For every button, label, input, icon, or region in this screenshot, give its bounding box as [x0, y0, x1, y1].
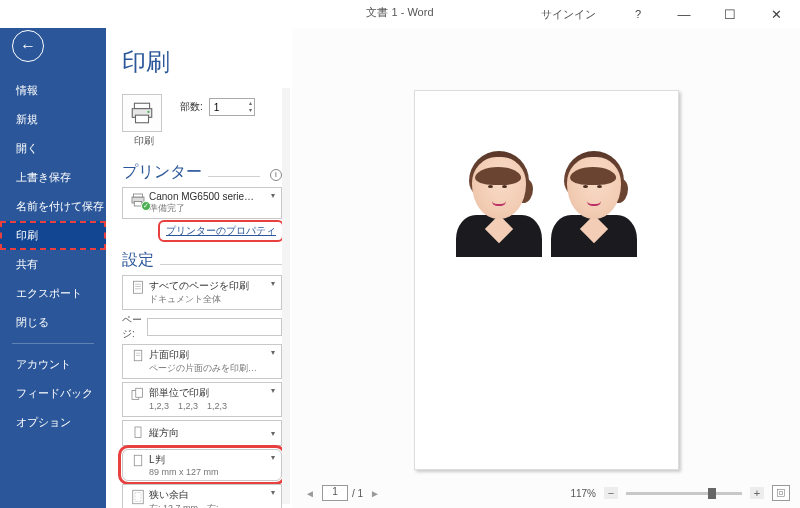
margins-icon	[127, 488, 149, 506]
sidebar-item-account[interactable]: アカウント	[0, 350, 106, 379]
svg-rect-21	[778, 490, 785, 497]
zoom-slider[interactable]	[626, 492, 742, 495]
page-number-input[interactable]: 1	[322, 485, 348, 501]
sidebar-item-saveas[interactable]: 名前を付けて保存	[0, 192, 106, 221]
sidebar-item-open[interactable]: 開く	[0, 134, 106, 163]
print-button[interactable]: 印刷	[122, 94, 166, 148]
chevron-down-icon: ▾	[269, 191, 277, 200]
sidebar-item-feedback[interactable]: フィードバック	[0, 379, 106, 408]
svg-rect-2	[136, 115, 149, 123]
print-settings-panel: 印刷 印刷 部数: 1 プリンター i	[106, 28, 292, 508]
print-button-label: 印刷	[122, 134, 166, 148]
sidebar-item-save[interactable]: 上書き保存	[0, 163, 106, 192]
settings-section-title: 設定	[122, 250, 154, 271]
window-title: 文書 1 - Word	[366, 5, 433, 20]
sidebar-item-close[interactable]: 閉じる	[0, 308, 106, 337]
copies-label: 部数:	[180, 100, 203, 114]
printer-dropdown[interactable]: ✓ Canon MG6500 serie… 準備完了 ▾	[122, 187, 282, 219]
svg-rect-0	[134, 103, 149, 108]
page-total-label: / 1	[352, 488, 363, 499]
print-range-dropdown[interactable]: すべてのページを印刷 ドキュメント全体 ▾	[122, 275, 282, 310]
help-button[interactable]: ?	[622, 8, 654, 20]
printer-name: Canon MG6500 serie…	[149, 191, 269, 202]
id-photo-1	[456, 147, 541, 257]
chevron-down-icon: ▾	[269, 386, 277, 395]
portrait-icon	[127, 424, 149, 442]
signin-link[interactable]: サインイン	[541, 7, 596, 22]
orientation-dropdown[interactable]: 縦方向 ▾	[122, 420, 282, 446]
prev-page-button[interactable]: ◄	[302, 488, 318, 499]
chevron-down-icon: ▾	[269, 488, 277, 497]
sidebar-item-share[interactable]: 共有	[0, 250, 106, 279]
sidebar-separator	[12, 343, 94, 344]
chevron-down-icon: ▾	[269, 429, 277, 438]
preview-page	[414, 90, 679, 470]
chevron-down-icon: ▾	[269, 453, 277, 462]
backstage-sidebar: ← 情報 新規 開く 上書き保存 名前を付けて保存 印刷 共有 エクスポート 閉…	[0, 28, 106, 508]
duplex-dropdown[interactable]: 片面印刷 ページの片面のみを印刷… ▾	[122, 344, 282, 379]
back-arrow-icon: ←	[20, 37, 36, 55]
maximize-button[interactable]: ☐	[714, 7, 746, 22]
next-page-button[interactable]: ►	[367, 488, 383, 499]
page-title: 印刷	[122, 46, 282, 78]
margins-dropdown[interactable]: 狭い余白 左: 12.7 mm 右:… ▾	[122, 484, 282, 508]
sidebar-item-new[interactable]: 新規	[0, 105, 106, 134]
svg-rect-5	[134, 194, 143, 197]
svg-rect-16	[135, 427, 141, 438]
sidebar-item-export[interactable]: エクスポート	[0, 279, 106, 308]
pages-label: ページ:	[122, 313, 143, 341]
printer-section-title: プリンター	[122, 162, 202, 183]
close-button[interactable]: ✕	[760, 7, 792, 22]
pages-input[interactable]	[147, 318, 282, 336]
fit-to-page-button[interactable]	[772, 485, 790, 501]
svg-rect-7	[134, 281, 143, 293]
svg-rect-15	[136, 388, 143, 397]
svg-rect-17	[134, 455, 142, 466]
printer-icon: ✓	[127, 191, 149, 209]
back-button[interactable]: ←	[12, 30, 44, 62]
sidebar-item-print[interactable]: 印刷	[0, 221, 106, 250]
print-preview-panel: ◄ 1 / 1 ► 117% − +	[292, 28, 800, 508]
printer-properties-link[interactable]: プリンターのプロパティ	[160, 222, 282, 240]
paper-icon	[127, 453, 149, 471]
pages-icon	[127, 279, 149, 297]
settings-scrollbar[interactable]	[282, 88, 290, 504]
printer-status: 準備完了	[149, 202, 269, 215]
paper-size-dropdown[interactable]: L判 89 mm x 127 mm ▾	[122, 449, 282, 481]
minimize-button[interactable]: —	[668, 7, 700, 22]
printer-info-icon[interactable]: i	[270, 169, 282, 181]
printer-ready-icon: ✓	[141, 201, 151, 211]
chevron-down-icon: ▾	[269, 348, 277, 357]
copies-spinner[interactable]: 1	[209, 98, 255, 116]
collate-dropdown[interactable]: 部単位で印刷 1,2,3 1,2,3 1,2,3 ▾	[122, 382, 282, 417]
page-single-icon	[127, 348, 149, 366]
chevron-down-icon: ▾	[269, 279, 277, 288]
zoom-out-button[interactable]: −	[604, 487, 618, 499]
zoom-in-button[interactable]: +	[750, 487, 764, 499]
id-photo-2	[551, 147, 636, 257]
svg-point-3	[147, 111, 149, 113]
sidebar-item-options[interactable]: オプション	[0, 408, 106, 437]
preview-footer: ◄ 1 / 1 ► 117% − +	[302, 482, 790, 504]
collate-icon	[127, 386, 149, 404]
printer-big-icon	[122, 94, 162, 132]
title-bar: 文書 1 - Word サインイン ? — ☐ ✕	[0, 0, 800, 28]
zoom-level-label: 117%	[570, 488, 596, 499]
sidebar-item-info[interactable]: 情報	[0, 76, 106, 105]
